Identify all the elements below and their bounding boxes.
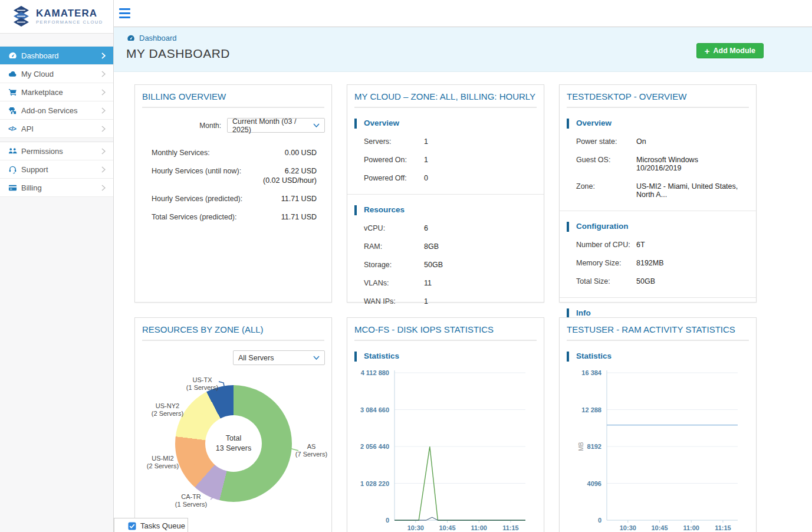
hamburger-menu-icon[interactable]	[119, 8, 130, 18]
gauge-icon	[127, 34, 135, 42]
kv-row: Guest OS:Microsoft Windows 10/2016/2019	[560, 156, 756, 172]
add-module-button[interactable]: + Add Module	[696, 43, 764, 58]
puzzle-icon	[8, 106, 21, 115]
plus-icon: +	[705, 47, 710, 55]
svg-text:0: 0	[386, 517, 389, 524]
svg-text:10:30: 10:30	[620, 524, 636, 531]
billing-row-note: (0.02 USD/hour)	[135, 175, 331, 185]
section-heading: Statistics	[347, 352, 544, 360]
kamatera-logo-icon	[12, 5, 31, 28]
users-icon	[8, 147, 21, 156]
svg-text:11:00: 11:00	[683, 524, 699, 531]
code-icon: </>	[8, 125, 21, 132]
kv-row: Memory Size:8192MB	[560, 259, 756, 267]
donut-label: US-TX(1 Servers)	[167, 376, 238, 392]
month-label: Month:	[199, 121, 221, 130]
sidebar-item-addon-services[interactable]: Add-on Services	[0, 101, 113, 120]
testdesktop-overview-card: TESTDESKTOP - OVERVIEW Overview Power st…	[559, 84, 757, 303]
card-title: RESOURCES BY ZONE (ALL)	[135, 318, 331, 334]
sidebar-item-dashboard[interactable]: Dashboard	[0, 47, 113, 65]
ram-activity-statistics-card: TESTUSER - RAM ACTIVITY STATISTICS Stati…	[559, 317, 757, 532]
svg-text:1 028 220: 1 028 220	[360, 480, 389, 487]
section-heading: Overview	[347, 119, 544, 127]
page-header: Dashboard MY DASHBOARD + Add Module	[114, 27, 812, 72]
svg-text:0: 0	[598, 517, 601, 524]
kv-row: RAM:8GB	[347, 242, 544, 251]
billing-row: Monthly Services:0.00 USD	[135, 149, 331, 157]
card-title: MCO-FS - DISK IOPS STATISTICS	[347, 318, 544, 334]
svg-text:11:15: 11:15	[502, 524, 519, 531]
billing-row: Hourly Services (until now):6.22 USD	[135, 167, 331, 175]
billing-row: Total Services (predicted):11.71 USD	[135, 213, 331, 221]
kv-row: Powered Off:0	[347, 174, 544, 182]
svg-text:11:00: 11:00	[471, 524, 487, 531]
kv-row: Powered On:1	[347, 156, 544, 164]
gauge-icon	[8, 51, 21, 60]
sidebar-item-label: Permissions	[21, 147, 63, 156]
section-heading: Statistics	[560, 352, 756, 360]
chevron-down-icon	[313, 356, 320, 360]
ram-activity-line-chart: 04096819212 28816 38410:3010:4511:0011:1…	[560, 365, 757, 532]
sidebar-item-support[interactable]: Support	[0, 160, 113, 179]
credit-card-icon	[8, 183, 21, 192]
disk-iops-line-chart: 01 028 2202 056 4403 084 6604 112 88010:…	[347, 365, 545, 532]
kv-row: Power state:On	[560, 137, 756, 146]
card-title: TESTUSER - RAM ACTIVITY STATISTICS	[560, 318, 756, 334]
section-heading: Info	[560, 308, 756, 317]
breadcrumb[interactable]: Dashboard	[127, 34, 177, 42]
svg-text:3 084 660: 3 084 660	[360, 406, 389, 413]
sidebar-item-billing[interactable]: Billing	[0, 179, 113, 197]
menu-group-divider	[0, 138, 113, 142]
server-filter-select[interactable]: All Servers	[233, 350, 325, 365]
sidebar-item-label: Support	[21, 165, 48, 174]
divider	[560, 297, 756, 298]
cloud-icon	[8, 70, 21, 78]
disk-iops-statistics-card: MCO-FS - DISK IOPS STATISTICS Statistics…	[347, 317, 544, 532]
tasks-queue-label: Tasks Queue	[140, 521, 185, 530]
brand-tagline: PERFORMANCE CLOUD	[36, 19, 103, 25]
donut-label: US-MI2(2 Servers)	[130, 455, 195, 470]
chevron-right-icon	[101, 89, 106, 96]
sidebar: KAMATERA PERFORMANCE CLOUD Dashboard My …	[0, 0, 114, 532]
divider	[142, 340, 324, 341]
divider	[567, 107, 749, 108]
breadcrumb-label: Dashboard	[139, 34, 177, 42]
month-select[interactable]: Current Month (03 / 2025)	[227, 118, 325, 133]
kv-row: VLANs:11	[347, 279, 544, 287]
sidebar-item-my-cloud[interactable]: My Cloud	[0, 65, 113, 83]
svg-text:12 288: 12 288	[581, 406, 601, 413]
chevron-right-icon	[101, 148, 106, 155]
divider	[567, 340, 749, 341]
tasks-queue-button[interactable]: Tasks Queue	[114, 518, 188, 532]
billing-overview-card: BILLING OVERVIEW Month: Current Month (0…	[134, 84, 332, 303]
sidebar-item-api[interactable]: </> API	[0, 120, 113, 138]
svg-text:2 056 440: 2 056 440	[360, 443, 389, 450]
chevron-right-icon	[101, 166, 106, 173]
checkbox-checked-icon	[128, 522, 136, 530]
card-title: BILLING OVERVIEW	[135, 85, 331, 101]
kv-row: Zone:US-MI2 - Miami, United States, Nort…	[560, 182, 756, 199]
divider	[142, 107, 324, 108]
brand-name: KAMATERA	[36, 8, 103, 18]
page-title: MY DASHBOARD	[126, 47, 230, 61]
divider	[560, 211, 756, 211]
cart-icon	[8, 88, 21, 97]
donut-label: CA-TR(1 Servers)	[156, 493, 226, 508]
my-cloud-summary-card: MY CLOUD – ZONE: ALL, BILLING: HOURLY Ov…	[347, 84, 544, 303]
headset-icon	[8, 165, 21, 174]
brand-logo[interactable]: KAMATERA PERFORMANCE CLOUD	[0, 0, 113, 34]
kv-row: WAN IPs:1	[347, 297, 544, 306]
svg-text:11:15: 11:15	[715, 524, 731, 531]
sidebar-item-permissions[interactable]: Permissions	[0, 142, 113, 160]
section-heading: Overview	[560, 119, 756, 127]
kv-row: vCPU:6	[347, 224, 544, 232]
sidebar-item-marketplace[interactable]: Marketplace	[0, 83, 113, 101]
svg-text:8192: 8192	[587, 443, 601, 450]
card-title: MY CLOUD – ZONE: ALL, BILLING: HOURLY	[347, 85, 544, 101]
svg-text:4 112 880: 4 112 880	[361, 369, 389, 376]
kv-row: Total Size:50GB	[560, 277, 756, 285]
billing-row: Hourly Services (predicted):11.71 USD	[135, 195, 331, 203]
chevron-right-icon	[101, 185, 106, 191]
divider	[354, 340, 537, 341]
chevron-down-icon	[313, 123, 320, 127]
